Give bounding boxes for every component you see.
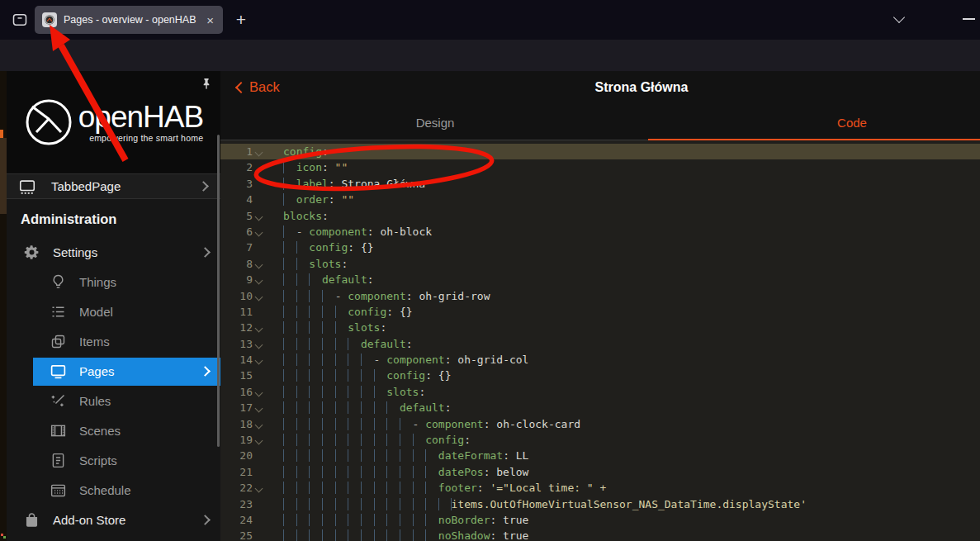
sidebar-item-things[interactable]: Things [7,268,220,297]
code-text: icon: "" [283,159,980,175]
fold-chevron-icon[interactable] [253,224,266,240]
pages-display-icon [50,363,67,380]
code-line[interactable]: 7 config: {} [220,240,980,255]
sidebar-section-title: Administration [21,211,116,227]
gear-icon [23,244,40,261]
code-line[interactable]: 13 default: [220,336,980,352]
code-text: items.OutOfHomeVirtualSensor_NAS_DataTim… [283,496,980,512]
code-line[interactable]: 6 - component: oh-block [220,224,980,240]
code-line[interactable]: 5blocks: [220,208,980,224]
line-number: 13 [220,336,253,352]
code-line[interactable]: 17 default: [220,400,980,415]
sidebar-item-scripts[interactable]: Scripts [7,446,220,476]
code-line[interactable]: 23 items.OutOfHomeVirtualSensor_NAS_Data… [220,496,980,512]
code-text: config: [283,144,980,159]
design-code-tabs: Design Code [220,107,980,140]
fold-chevron-icon[interactable] [253,384,266,400]
code-text: default: [283,336,980,352]
code-text: - component: oh-grid-row [283,288,980,304]
browser-tab[interactable]: Pages - overview - openHAB × [35,6,223,34]
sidebar-item-model[interactable]: Model [7,297,220,327]
logo-tagline: empowering the smart home [78,133,203,143]
code-text: slots: [283,256,980,272]
code-line[interactable]: 11 config: {} [220,304,980,320]
sidebar-item-settings[interactable]: Settings [7,238,220,268]
sidebar-item-add-on-store[interactable]: Add-on Store [7,505,220,535]
fold-chevron-icon[interactable] [253,336,266,352]
fold-chevron-icon[interactable] [253,272,266,287]
line-number: 19 [220,432,253,448]
code-text: order: "" [283,192,980,207]
code-text: config: {} [283,304,980,320]
new-tab-button[interactable]: + [230,8,253,31]
fold-chevron-icon[interactable] [253,480,266,496]
tab-code[interactable]: Code [761,116,943,130]
fold-spacer [253,304,266,320]
sidebar-item-label: Add-on Store [53,513,125,527]
fold-chevron-icon[interactable] [253,288,266,304]
code-line[interactable]: 1config: [220,144,980,159]
fold-chevron-icon[interactable] [253,352,266,368]
window-minimize-button[interactable] [963,18,975,20]
sidebar-scrollbar[interactable] [217,135,220,447]
openhab-logo-mark [24,97,73,147]
code-line[interactable]: 3 label: Strona Główna [220,176,980,192]
sidebar-item-label: Scripts [79,453,117,467]
fold-spacer [253,464,266,480]
sidebar-item-scenes[interactable]: Scenes [7,416,220,446]
code-line[interactable]: 18 - component: oh-clock-card [220,416,980,432]
firefox-view-icon[interactable] [8,9,31,31]
code-editor[interactable]: 1config:2 icon: ""3 label: Strona Główna… [220,140,980,541]
code-line[interactable]: 20 dateFormat: LL [220,448,980,463]
sidebar-item-rules[interactable]: Rules [7,387,220,416]
list-all-tabs-icon[interactable] [890,12,908,30]
tab-close-icon[interactable]: × [205,12,215,28]
line-number: 5 [220,208,253,224]
fold-chevron-icon[interactable] [253,208,266,224]
code-line[interactable]: 10 - component: oh-grid-row [220,288,980,304]
code-line[interactable]: 9 default: [220,272,980,287]
line-number: 10 [220,288,253,304]
sidebar-item-schedule[interactable]: Schedule [7,476,220,505]
fold-spacer [253,512,266,528]
sidebar-item-label: Schedule [79,483,131,497]
fold-spacer [253,496,266,512]
sidebar-item-label: Model [79,305,113,319]
script-doc-icon [50,452,67,469]
fold-chevron-icon[interactable] [253,432,266,448]
code-line[interactable]: 25 noShadow: true [220,528,980,541]
sidebar-item-pages[interactable]: Pages [7,357,220,387]
code-line[interactable]: 12 slots: [220,320,980,335]
line-number: 12 [220,320,253,335]
code-line[interactable]: 8 slots: [220,256,980,272]
tab-design[interactable]: Design [344,116,526,130]
fold-chevron-icon[interactable] [253,320,266,335]
pin-icon[interactable] [201,78,212,89]
sidebar-item-label: Items [79,335,110,349]
code-text: datePos: below [283,464,980,480]
sidebar-item-tabbedpage[interactable]: TabbedPage [7,173,220,199]
fold-chevron-icon[interactable] [253,144,266,159]
chevron-right-icon [198,181,209,192]
line-number: 14 [220,352,253,368]
fold-chevron-icon[interactable] [253,256,266,272]
code-text: dateFormat: LL [283,448,980,463]
line-number: 3 [220,176,253,192]
code-line[interactable]: 14 - component: oh-grid-col [220,352,980,368]
code-line[interactable]: 4 order: "" [220,192,980,207]
code-line[interactable]: 15 config: {} [220,368,980,383]
sidebar-item-items[interactable]: Items [7,327,220,357]
code-line[interactable]: 24 noBorder: true [220,512,980,528]
logo-wordmark: openHAB [78,102,203,132]
code-line[interactable]: 19 config: [220,432,980,448]
code-line[interactable]: 2 icon: "" [220,159,980,175]
line-number: 11 [220,304,253,320]
code-text: - component: oh-grid-col [283,352,980,368]
sidebar-item-label: Rules [79,394,111,408]
code-text: config: {} [283,368,980,383]
fold-chevron-icon[interactable] [253,400,266,415]
fold-chevron-icon[interactable] [253,416,266,432]
code-line[interactable]: 16 slots: [220,384,980,400]
code-line[interactable]: 21 datePos: below [220,464,980,480]
code-line[interactable]: 22 footer: '="Local time: " + [220,480,980,496]
